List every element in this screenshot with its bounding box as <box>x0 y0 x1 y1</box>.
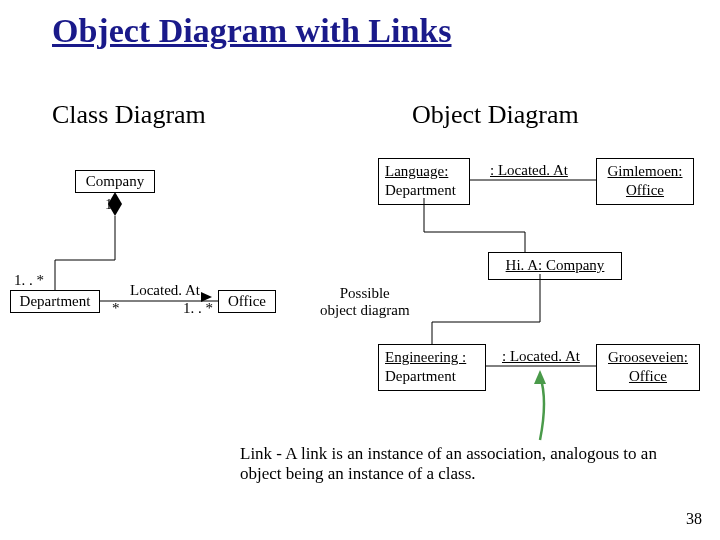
obj-grooseveien-class: Office <box>603 367 693 386</box>
obj-hia: Hi. A: Company <box>488 252 622 280</box>
link-located-at-2: : Located. At <box>502 348 580 365</box>
possible-caption: Possible object diagram <box>320 285 410 320</box>
obj-hia-name: Hi. A: Company <box>506 257 605 273</box>
mult-1: 1 <box>105 196 113 213</box>
svg-marker-14 <box>534 370 546 384</box>
class-department: Department <box>10 290 100 313</box>
obj-engineering-name: Engineering : <box>385 349 466 365</box>
footer-note: Link - A link is an instance of an assoc… <box>240 444 670 484</box>
assoc-located-at: Located. At <box>130 282 200 299</box>
obj-gimlemoen: Gimlemoen: Office <box>596 158 694 205</box>
obj-language: Language: Department <box>378 158 470 205</box>
object-diagram-heading: Object Diagram <box>412 100 579 130</box>
obj-language-class: Department <box>385 181 463 200</box>
obj-grooseveien-name: Grooseveien: <box>608 349 688 365</box>
link-located-at-1: : Located. At <box>490 162 568 179</box>
obj-gimlemoen-name: Gimlemoen: <box>608 163 683 179</box>
class-company: Company <box>75 170 155 193</box>
obj-gimlemoen-class: Office <box>603 181 687 200</box>
obj-grooseveien: Grooseveien: Office <box>596 344 700 391</box>
obj-engineering-class: Department <box>385 367 479 386</box>
mult-star: * <box>112 300 120 317</box>
class-diagram-heading: Class Diagram <box>52 100 206 130</box>
obj-engineering: Engineering : Department <box>378 344 486 391</box>
mult-1-star-b: 1. . * <box>183 300 213 317</box>
mult-1-star-a: 1. . * <box>14 272 44 289</box>
page-number: 38 <box>686 510 702 528</box>
class-office: Office <box>218 290 276 313</box>
page-title: Object Diagram with Links <box>52 12 452 50</box>
obj-language-name: Language: <box>385 163 448 179</box>
